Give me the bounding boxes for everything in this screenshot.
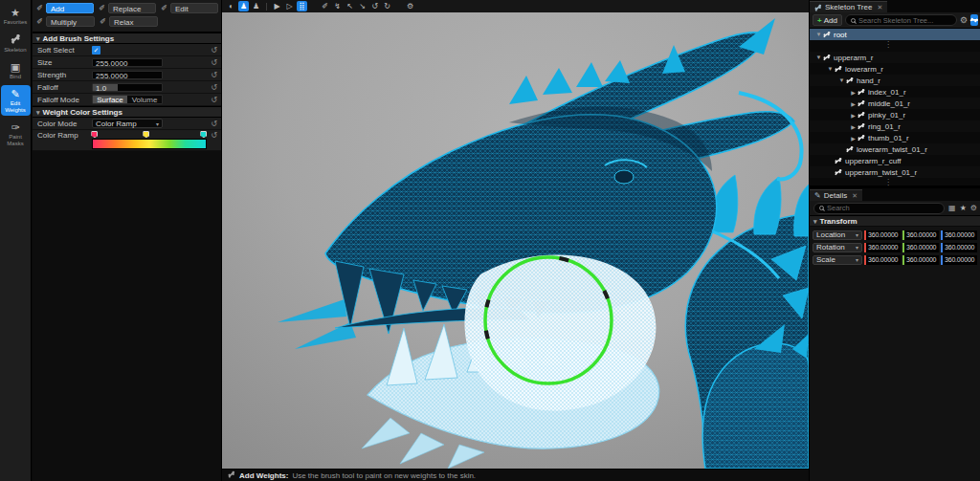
preview-scene-icon[interactable]: ◐ — [226, 1, 236, 11]
skeleton-tree-search-input[interactable] — [858, 16, 951, 25]
location-dropdown[interactable]: Location▾ — [813, 230, 862, 240]
vertex-select-icon[interactable]: ⣿ — [297, 1, 307, 11]
brush-mode-relax[interactable]: ✐Relax — [99, 16, 158, 27]
mirror-right-icon[interactable]: ↻ — [382, 1, 392, 11]
favorites-filter-icon[interactable]: ★ — [960, 204, 967, 212]
reset-to-default-icon[interactable]: ↺ — [211, 96, 217, 104]
star-icon: ★ — [11, 7, 20, 18]
viewport-canvas[interactable] — [222, 12, 809, 469]
hidden-bones-ellipsis[interactable]: ⋮ — [810, 178, 980, 186]
rotation-y-field[interactable]: 360.00000 — [902, 243, 939, 252]
sidebar-item-paint-masks[interactable]: ✑Paint Masks — [1, 119, 31, 149]
sidebar-item-edit-weights[interactable]: ✎Edit Weights — [1, 85, 31, 116]
scale-y-field[interactable]: 360.00000 — [902, 255, 939, 265]
tree-node-middle_01_r[interactable]: ▶middle_01_r — [810, 98, 980, 109]
add-bone-button[interactable]: + Add — [813, 14, 842, 26]
reset-to-default-icon[interactable]: ↺ — [211, 71, 217, 79]
viewport-settings-icon[interactable]: ⚙ — [405, 1, 415, 11]
transform-section-header[interactable]: ▾Transform — [810, 216, 980, 227]
brush-mode-edit[interactable]: ✐Edit — [160, 3, 218, 13]
soft-select-checkbox[interactable]: ✓ — [92, 46, 100, 55]
details-search[interactable] — [813, 203, 945, 214]
play-icon[interactable]: ▶ — [272, 1, 282, 11]
grow-selection-icon[interactable]: ↖ — [345, 1, 355, 11]
ramp-stop-1[interactable] — [143, 131, 149, 138]
brush-mode-replace[interactable]: ✐Replace — [98, 3, 156, 13]
location-y-field[interactable]: 360.00000 — [902, 230, 939, 240]
tree-node-ring_01_r[interactable]: ▶ring_01_r — [810, 120, 980, 132]
mirror-left-icon[interactable]: ↺ — [369, 1, 380, 11]
brush-mode-multiply[interactable]: ✐Multiply — [35, 16, 95, 27]
tree-settings-gear-icon[interactable]: ⚙ — [960, 15, 968, 25]
add-brush-settings-header[interactable]: ▾Add Brush Settings — [33, 33, 221, 44]
tab-details[interactable]: ✎ Details ✕ — [810, 189, 862, 201]
color-ramp-bar[interactable] — [92, 139, 207, 149]
hidden-bones-ellipsis[interactable]: ⋮ — [810, 40, 980, 52]
soft-select-label: Soft Select — [37, 46, 92, 55]
location-x-field[interactable]: 360.00000 — [864, 230, 901, 240]
sidebar-item-bind[interactable]: ▣Bind — [1, 58, 31, 82]
close-icon[interactable]: ✕ — [877, 4, 882, 11]
color-ramp-editor — [92, 131, 207, 150]
rotation-z-field[interactable]: 360.00000 — [941, 243, 977, 252]
bone-label: upperarm_r — [834, 54, 873, 62]
bone-label: root — [834, 31, 847, 39]
display-filter-icon[interactable]: ▦ — [948, 204, 956, 212]
sidebar-item-skeleton[interactable]: Skeleton — [1, 31, 31, 55]
reset-to-default-icon[interactable]: ↺ — [211, 46, 217, 55]
bone-filter-button[interactable] — [970, 14, 978, 26]
details-search-input[interactable] — [827, 204, 939, 212]
reset-to-default-icon[interactable]: ↺ — [211, 58, 217, 67]
tree-node-root[interactable]: ▼root — [810, 29, 980, 40]
details-tab-bar: ✎ Details ✕ — [810, 188, 980, 201]
falloff-slider[interactable]: 1.0 — [92, 83, 163, 92]
tab-skeleton-tree[interactable]: Skeleton Tree ✕ — [810, 1, 887, 12]
falloff-mode-row: Falloff Mode Surface Volume ↺ — [33, 94, 221, 106]
ramp-stop-2[interactable] — [200, 131, 207, 138]
weight-color-settings-header[interactable]: ▾Weight Color Settings — [33, 106, 221, 118]
tab-label: Skeleton Tree — [825, 3, 872, 11]
ramp-stop-0[interactable] — [91, 131, 98, 138]
sidebar-item-favorites[interactable]: ★Favorites — [1, 4, 31, 28]
brush-mode-row-1: ✐Add✐Replace✐Edit — [35, 3, 218, 13]
character-visibility-icon[interactable]: ♟ — [238, 1, 249, 11]
falloff-mode-volume-button[interactable]: Volume — [127, 96, 162, 103]
skeleton-tree-search[interactable] — [845, 14, 957, 26]
tree-node-lowerarm_r[interactable]: ▼lowerarm_r — [810, 63, 980, 75]
reset-to-default-icon[interactable]: ↺ — [211, 83, 217, 92]
tree-node-pinky_01_r[interactable]: ▶pinky_01_r — [810, 109, 980, 120]
falloff-mode-label: Falloff Mode — [37, 96, 92, 104]
falloff-mode-surface-button[interactable]: Surface — [93, 96, 127, 103]
strength-field[interactable]: 255.0000 — [92, 71, 163, 79]
tree-node-hand_r[interactable]: ▼hand_r — [810, 75, 980, 86]
brush-mode-add[interactable]: ✐Add — [35, 3, 94, 13]
reset-to-default-icon[interactable]: ↺ — [211, 131, 217, 140]
brush-tool-icon[interactable]: ✐ — [320, 1, 330, 11]
tree-node-upperarm_r_cuff[interactable]: upperarm_r_cuff — [810, 155, 980, 166]
flood-weights-icon[interactable]: ↯ — [332, 1, 343, 11]
tree-node-upperarm_twist_01_r[interactable]: upperarm_twist_01_r — [810, 166, 980, 178]
location-z-field[interactable]: 360.00000 — [941, 230, 977, 240]
sidebar-item-label: Paint Masks — [7, 134, 23, 147]
size-field[interactable]: 255.0000 — [92, 58, 163, 67]
reset-to-default-icon[interactable]: ↺ — [211, 120, 217, 128]
close-icon[interactable]: ✕ — [852, 192, 858, 200]
color-mode-dropdown[interactable]: Color Ramp ▾ — [92, 119, 163, 128]
scale-z-field[interactable]: 360.00000 — [941, 255, 977, 265]
search-icon — [819, 206, 824, 210]
scale-x-field[interactable]: 360.00000 — [864, 255, 901, 265]
play-outline-icon[interactable]: ▷ — [284, 1, 295, 11]
brush-mode-label: Edit — [170, 3, 218, 13]
tree-node-thumb_01_r[interactable]: ▶thumb_01_r — [810, 132, 980, 143]
tree-node-index_01_r[interactable]: ▶index_01_r — [810, 86, 980, 98]
tree-node-upperarm_r[interactable]: ▼upperarm_r — [810, 52, 980, 63]
shrink-selection-icon[interactable]: ↘ — [357, 1, 368, 11]
bone-icon — [857, 121, 865, 130]
chevron-down-icon: ▾ — [156, 120, 159, 127]
bone-visibility-icon[interactable]: ♟ — [251, 1, 261, 11]
details-settings-gear-icon[interactable]: ⚙ — [970, 204, 977, 212]
scale-dropdown[interactable]: Scale▾ — [813, 255, 862, 265]
rotation-dropdown[interactable]: Rotation▾ — [813, 243, 862, 252]
rotation-x-field[interactable]: 360.00000 — [864, 243, 901, 252]
tree-node-lowerarm_twist_01_r[interactable]: lowerarm_twist_01_r — [810, 143, 980, 155]
